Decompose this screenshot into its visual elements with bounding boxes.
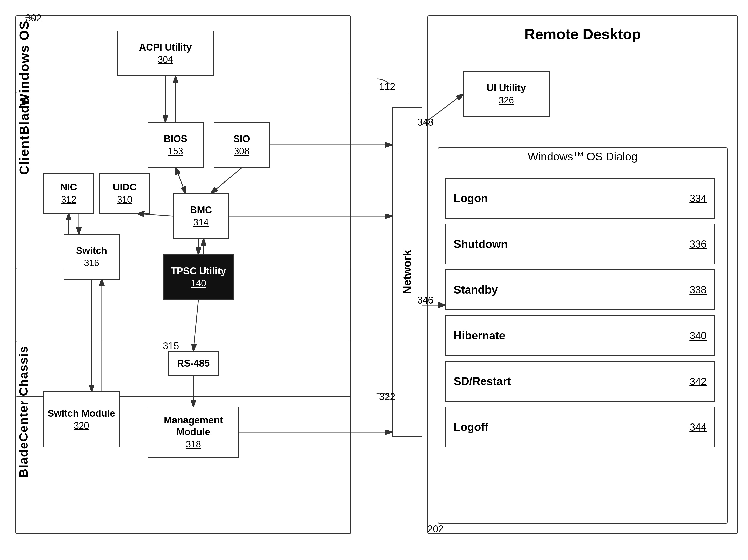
rs485-label: RS-485 — [177, 358, 210, 369]
shutdown-id: 336 — [689, 239, 706, 250]
sd-restart-label: SD/Restart — [453, 375, 511, 388]
ui-utility-label: UI Utility — [487, 82, 526, 94]
logon-btn[interactable]: Logon 334 — [445, 178, 715, 219]
bmc-label: BMC — [190, 204, 212, 216]
shutdown-label: Shutdown — [453, 238, 508, 250]
switch-module-id: 320 — [74, 420, 89, 431]
logon-id: 334 — [689, 193, 706, 204]
shutdown-btn[interactable]: Shutdown 336 — [445, 224, 715, 264]
logon-label: Logon — [453, 192, 488, 204]
sio-id: 308 — [234, 146, 249, 156]
nic-label: NIC — [60, 181, 77, 193]
mgmt-label: Management Module — [151, 415, 236, 438]
bios-box: BIOS 153 — [147, 122, 204, 168]
switch-label: Switch — [76, 245, 107, 257]
switch-box: Switch 316 — [64, 234, 120, 279]
ui-utility-box: UI Utility 326 — [463, 71, 550, 117]
sd-restart-id: 342 — [689, 376, 706, 387]
ref-315: 315 — [163, 341, 179, 351]
acpi-label: ACPI Utility — [139, 42, 192, 53]
bios-label: BIOS — [164, 133, 188, 145]
bladecenter-label: BladeCenter Chassis — [17, 346, 30, 478]
ref-202: 202 — [427, 524, 443, 535]
switch-id: 316 — [84, 258, 99, 268]
uidc-id: 310 — [117, 194, 132, 205]
remote-desktop-title: Remote Desktop — [478, 25, 687, 43]
ui-utility-id: 326 — [499, 95, 514, 106]
rs485-box: RS-485 — [168, 351, 219, 376]
nic-id: 312 — [61, 194, 76, 205]
ref-346: 346 — [417, 295, 433, 306]
tpsc-id: 140 — [191, 278, 206, 289]
standby-label: Standby — [453, 284, 498, 296]
hibernate-label: Hibernate — [453, 329, 505, 342]
switch-module-box: Switch Module 320 — [43, 391, 120, 447]
standby-btn[interactable]: Standby 338 — [445, 269, 715, 310]
acpi-utility-box: ACPI Utility 304 — [117, 30, 214, 76]
logoff-label: Logoff — [453, 421, 489, 433]
hibernate-id: 340 — [689, 330, 706, 341]
logoff-id: 344 — [689, 421, 706, 433]
ref-112: 112 — [379, 81, 395, 92]
tpsc-box: TPSC Utility 140 — [163, 254, 234, 300]
acpi-id: 304 — [158, 54, 173, 65]
mgmt-box: Management Module 318 — [147, 407, 239, 458]
bios-id: 153 — [168, 146, 183, 156]
clientblade-label: ClientBlade — [17, 97, 32, 175]
bmc-id: 314 — [193, 217, 209, 228]
switch-module-label: Switch Module — [48, 408, 115, 419]
logoff-btn[interactable]: Logoff 344 — [445, 407, 715, 447]
uidc-box: UIDC 310 — [99, 173, 150, 214]
hibernate-btn[interactable]: Hibernate 340 — [445, 315, 715, 356]
sio-label: SIO — [233, 133, 250, 145]
tpsc-label: TPSC Utility — [171, 265, 226, 277]
network-label: Network — [401, 250, 414, 294]
mgmt-id: 318 — [186, 439, 201, 450]
sd-restart-btn[interactable]: SD/Restart 342 — [445, 361, 715, 401]
nic-box: NIC 312 — [43, 173, 94, 214]
network-box: Network — [392, 107, 422, 437]
bmc-box: BMC 314 — [173, 193, 229, 239]
sio-box: SIO 308 — [214, 122, 270, 168]
uidc-label: UIDC — [113, 181, 137, 193]
ref-348: 348 — [417, 117, 433, 128]
standby-id: 338 — [689, 284, 706, 296]
ref-322: 322 — [379, 391, 395, 403]
windows-dialog-title: WindowsTM OS Dialog — [471, 150, 695, 163]
ref-302: 302 — [25, 13, 42, 24]
